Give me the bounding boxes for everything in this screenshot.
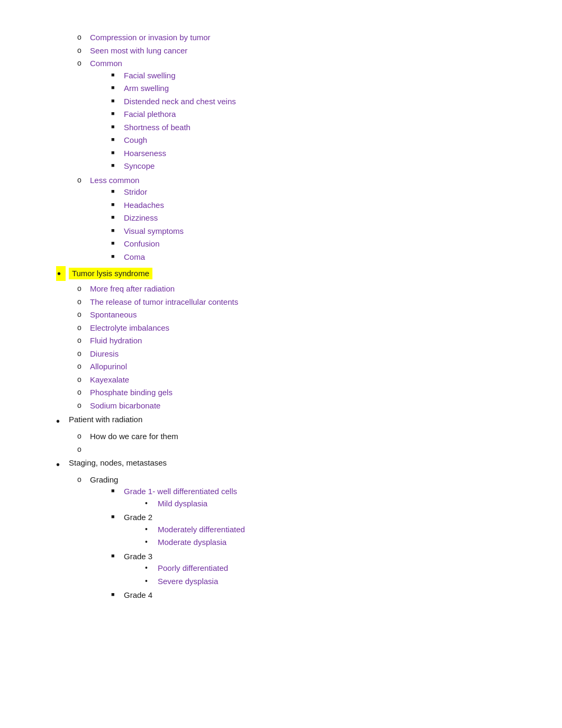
bullet-square: ■ — [111, 186, 121, 196]
item-text: Arm swelling — [124, 83, 169, 95]
list-item: • Mild dysplasia — [145, 498, 506, 510]
list-item: ■ Coma — [111, 251, 506, 263]
list-item: ■ Confusion — [111, 238, 506, 250]
tumor-lysis-item: • Tumor lysis syndrome — [56, 266, 506, 281]
list-item: o — [77, 444, 506, 455]
item-block: Grade 4 — [124, 589, 506, 602]
list-item: o Fluid hydration — [77, 335, 506, 347]
bullet-round: • — [145, 562, 155, 574]
bullet-o: o — [77, 348, 87, 359]
list-item: ■ Syncope — [111, 160, 506, 172]
list-item: o Seen most with lung cancer — [77, 45, 506, 57]
item-text: Severe dysplasia — [158, 576, 218, 588]
tumor-lysis-label: Tumor lysis syndrome — [69, 268, 152, 280]
bullet-dot: • — [56, 457, 66, 472]
bullet-square: ■ — [111, 70, 121, 80]
item-text: Sodium bicarbonate — [90, 400, 160, 412]
patient-radiation-sub-list: o How do we care for them o — [77, 431, 506, 455]
list-item: ■ Cough — [111, 134, 506, 147]
item-text: Moderately differentiated — [158, 524, 245, 536]
item-text: Less common — [90, 176, 139, 185]
bullet-square: ■ — [111, 96, 121, 106]
list-item: o More freq after radiation — [77, 283, 506, 295]
list-item: • Poorly differentiated — [145, 562, 506, 575]
bullet-square: ■ — [111, 122, 121, 132]
list-item: • Moderate dysplasia — [145, 536, 506, 549]
less-common-list: ■ Stridor ■ Headaches ■ Dizziness ■ Visu… — [111, 186, 506, 263]
bullet-o: o — [77, 58, 87, 69]
item-text: Facial swelling — [124, 70, 176, 82]
list-item: o Compression or invasion by tumor — [77, 32, 506, 44]
item-text: Cough — [124, 134, 147, 147]
list-item: o Phosphate binding gels — [77, 387, 506, 399]
bullet-square: ■ — [111, 486, 121, 496]
patient-radiation-list: • Patient with radiation — [56, 414, 506, 429]
item-text: Allopurinol — [90, 361, 127, 373]
grade1-item: ■ Grade 1- well differentiated cells • M… — [111, 486, 506, 511]
item-text: Headaches — [124, 199, 164, 212]
item-text: Hoarseness — [124, 148, 166, 160]
item-text: Compression or invasion by tumor — [90, 32, 211, 44]
bullet-square: ■ — [111, 83, 121, 93]
item-text: Fluid hydration — [90, 335, 142, 347]
grade1-label: Grade 1- well differentiated cells — [124, 487, 237, 496]
bullet-o: o — [77, 444, 87, 455]
bullet-square: ■ — [111, 238, 121, 248]
grading-list: ■ Grade 1- well differentiated cells • M… — [111, 486, 506, 602]
bullet-o: o — [77, 32, 87, 43]
bullet-square: ■ — [111, 199, 121, 210]
bullet-square: ■ — [111, 212, 121, 222]
bullet-o: o — [77, 296, 87, 307]
item-text: Confusion — [124, 238, 160, 250]
list-item: ■ Headaches — [111, 199, 506, 212]
main-content: o Compression or invasion by tumor o See… — [56, 32, 506, 603]
item-block: Grade 2 • Moderately differentiated • Mo… — [124, 512, 506, 550]
list-item: o Electrolyte imbalances — [77, 322, 506, 334]
list-item: • Moderately differentiated — [145, 524, 506, 536]
bullet-o: o — [77, 335, 87, 346]
list-item: ■ Facial swelling — [111, 70, 506, 82]
bullet-round: • — [145, 498, 155, 509]
grade2-sub-list: • Moderately differentiated • Moderate d… — [145, 524, 506, 549]
item-block: Grade 1- well differentiated cells • Mil… — [124, 486, 506, 511]
item-text: Coma — [124, 251, 145, 263]
bullet-round: • — [145, 524, 155, 535]
staging-item: • Staging, nodes, metastases — [56, 457, 506, 472]
staging-sub-list: o Grading ■ Grade 1- well differentiated… — [77, 474, 506, 603]
item-text: Moderate dysplasia — [158, 536, 226, 549]
bullet-o: o — [77, 474, 87, 485]
top-level-list: • Tumor lysis syndrome — [56, 266, 506, 281]
list-item: o How do we care for them — [77, 431, 506, 443]
bullet-dot: • — [56, 414, 66, 429]
bullet-square: ■ — [111, 251, 121, 261]
svc-list: o Compression or invasion by tumor o See… — [77, 32, 506, 264]
item-block: Grading ■ Grade 1- well differentiated c… — [90, 474, 506, 603]
item-text: Spontaneous — [90, 309, 137, 321]
list-item: o Common ■ Facial swelling ■ Arm swellin… — [77, 58, 506, 174]
bullet-square: ■ — [111, 148, 121, 158]
item-text: Diuresis — [90, 348, 119, 360]
bullet-square: ■ — [111, 108, 121, 119]
list-item: o Allopurinol — [77, 361, 506, 373]
item-text: Mild dysplasia — [158, 498, 207, 510]
item-text: Common — [90, 59, 122, 68]
grade2-item: ■ Grade 2 • Moderately differentiated • — [111, 512, 506, 550]
item-text: How do we care for them — [90, 431, 178, 443]
list-item: o Kayexalate — [77, 374, 506, 386]
bullet-round: • — [145, 576, 155, 587]
staging-list: • Staging, nodes, metastases — [56, 457, 506, 472]
bullet-o: o — [77, 45, 87, 56]
item-text: Seen most with lung cancer — [90, 45, 187, 57]
grading-label: Grading — [90, 475, 118, 484]
item-text: More freq after radiation — [90, 283, 175, 295]
list-item: ■ Visual symptoms — [111, 225, 506, 238]
item-text: Electrolyte imbalances — [90, 322, 169, 334]
patient-radiation-item: • Patient with radiation — [56, 414, 506, 429]
bullet-square: ■ — [111, 134, 121, 144]
item-text: Visual symptoms — [124, 225, 184, 238]
bullet-square: ■ — [111, 551, 121, 561]
list-item: ■ Hoarseness — [111, 148, 506, 160]
item-text: Poorly differentiated — [158, 562, 228, 575]
patient-radiation-label: Patient with radiation — [69, 414, 142, 426]
bullet-square: ■ — [111, 225, 121, 235]
